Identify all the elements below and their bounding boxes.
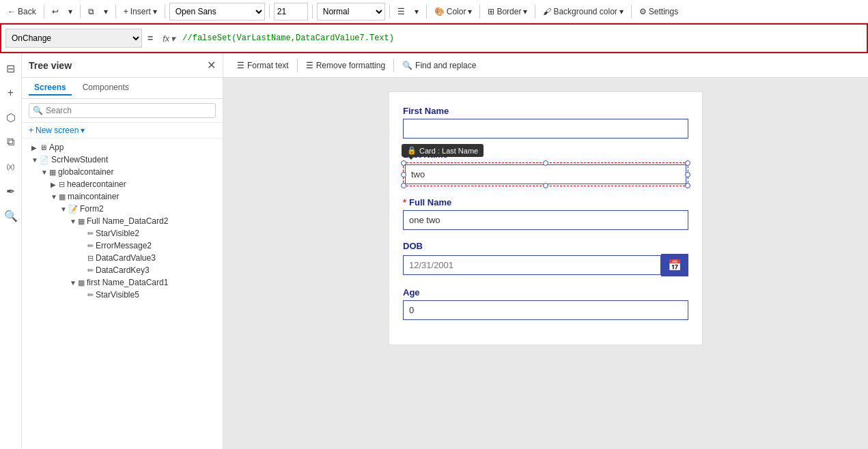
- color-dropdown-icon: ▾: [468, 7, 472, 16]
- search-panel-icon[interactable]: 🔍: [1, 206, 20, 225]
- align-dropdown[interactable]: ▾: [411, 5, 422, 18]
- dob-input[interactable]: [403, 255, 661, 275]
- color-button[interactable]: 🎨 Color ▾: [431, 5, 476, 18]
- back-button[interactable]: ← Back: [4, 5, 40, 18]
- tab-components[interactable]: Components: [77, 81, 135, 96]
- form-card: First Name Last Name 🔒 Card : Last Name: [389, 91, 703, 345]
- new-screen-label: New screen: [36, 126, 79, 135]
- first-name-input[interactable]: [403, 119, 688, 139]
- tree-item-starvisible5[interactable]: ▶ ✏ StarVisible5: [22, 289, 223, 301]
- handle-mr[interactable]: [685, 172, 690, 177]
- dob-field: DOB 📅: [403, 241, 688, 276]
- tree-header: Tree view ✕: [22, 53, 223, 78]
- add-icon[interactable]: +: [1, 83, 20, 102]
- formula-bar: OnChange = fx ▾: [0, 23, 868, 53]
- required-star: *: [403, 197, 406, 207]
- age-input[interactable]: [403, 300, 688, 320]
- new-screen-button[interactable]: + New screen ▾: [29, 126, 85, 135]
- variables-icon[interactable]: (x): [1, 157, 20, 176]
- sep-11: [631, 5, 632, 18]
- sep-10: [535, 5, 535, 18]
- tree-item-app[interactable]: ▶ 🖥 App: [22, 141, 223, 154]
- handle-bm[interactable]: [543, 183, 548, 188]
- tree-item-headercontainer[interactable]: ▶ ⊟ headercontainer: [22, 178, 223, 190]
- handle-br[interactable]: [685, 183, 690, 188]
- dob-label: DOB: [403, 241, 688, 251]
- format-bar: ☰ Format text ☰ Remove formatting 🔍 Find…: [223, 53, 868, 78]
- shapes-icon[interactable]: ⬡: [1, 108, 20, 127]
- tree-item-firstname-datacard1[interactable]: ▼ ▦ first Name_DataCard1: [22, 276, 223, 289]
- brush-icon[interactable]: ✒: [1, 182, 20, 201]
- formula-input[interactable]: [182, 33, 863, 43]
- item-label: first Name_DataCard1: [87, 278, 217, 287]
- copy-button[interactable]: ⧉: [85, 5, 98, 18]
- sep-3: [115, 5, 116, 18]
- tree-search-input[interactable]: [29, 103, 216, 118]
- first-name-field: First Name: [403, 106, 688, 139]
- container-icon: ▦: [49, 168, 56, 177]
- tree-body: ▶ 🖥 App ▼ 📄 ScrNewStudent ▼ ▦ globalcont…: [22, 139, 223, 449]
- tree-item-datacardvalue3[interactable]: ▶ ⊟ DataCardValue3: [22, 252, 223, 264]
- remove-format-icon: ☰: [306, 61, 313, 70]
- tree-search-area: 🔍: [22, 99, 223, 123]
- insert-button[interactable]: + Insert ▾: [120, 5, 160, 18]
- toggle-icon: ▶: [31, 144, 38, 151]
- bg-color-button[interactable]: 🖌 Background color ▾: [540, 5, 626, 18]
- tab-screens[interactable]: Screens: [29, 81, 72, 96]
- item-label: StarVisible5: [96, 290, 217, 300]
- tree-item-errormessage2[interactable]: ▶ ✏ ErrorMessage2: [22, 240, 223, 252]
- handle-tr[interactable]: [685, 160, 690, 166]
- align-button[interactable]: ☰: [394, 5, 408, 18]
- equals-sign: =: [145, 33, 156, 44]
- text-style-select[interactable]: Normal: [317, 3, 385, 20]
- remove-formatting-button[interactable]: ☰ Remove formatting: [299, 58, 392, 73]
- settings-icon: ⚙: [639, 7, 647, 16]
- tree-tabs: Screens Components: [22, 78, 223, 99]
- tree-close-button[interactable]: ✕: [207, 59, 216, 72]
- item-label: ScrNewStudent: [51, 155, 217, 164]
- back-label: Back: [18, 7, 36, 16]
- format-text-button[interactable]: ☰ Format text: [230, 58, 296, 73]
- bg-color-icon: 🖌: [543, 7, 551, 16]
- tree-item-datacardkey3[interactable]: ▶ ✏ DataCardKey3: [22, 264, 223, 276]
- item-label: ErrorMessage2: [96, 241, 217, 250]
- calendar-button[interactable]: 📅: [661, 254, 688, 276]
- main-layout: ⊟ + ⬡ ⧉ (x) ✒ 🔍 Tree view ✕ Screens Comp…: [0, 53, 868, 449]
- full-name-input[interactable]: [403, 210, 688, 230]
- tree-title: Tree view: [29, 60, 72, 71]
- container-icon: ▦: [78, 217, 85, 226]
- font-size-input[interactable]: [274, 3, 308, 20]
- handle-tl[interactable]: [401, 160, 406, 166]
- main-toolbar: ← Back ↩ ▾ ⧉ ▾ + Insert ▾ Open Sans Norm…: [0, 0, 868, 23]
- undo-dropdown[interactable]: ▾: [65, 5, 76, 18]
- tree-item-scrnewstudent[interactable]: ▼ 📄 ScrNewStudent: [22, 154, 223, 166]
- handle-ml[interactable]: [401, 172, 406, 177]
- toggle-icon: ▶: [51, 181, 57, 188]
- settings-button[interactable]: ⚙ Settings: [636, 5, 682, 18]
- tree-item-globalcontainer[interactable]: ▼ ▦ globalcontainer: [22, 166, 223, 178]
- item-label: headercontainer: [67, 179, 217, 189]
- undo-button[interactable]: ↩: [48, 5, 62, 18]
- tree-item-maincontainer[interactable]: ▼ ▦ maincontainer: [22, 190, 223, 203]
- copy-dropdown[interactable]: ▾: [100, 5, 111, 18]
- tree-item-fullname-datacard2[interactable]: ▼ ▦ Full Name_DataCard2: [22, 215, 223, 227]
- font-family-select[interactable]: Open Sans: [169, 3, 265, 20]
- fx-button[interactable]: fx ▾: [158, 33, 180, 44]
- tree-item-starvisible2[interactable]: ▶ ✏ StarVisible2: [22, 227, 223, 240]
- handle-bl[interactable]: [401, 183, 406, 188]
- fx-label: fx: [163, 33, 169, 44]
- border-button[interactable]: ⊞ Border ▾: [484, 5, 531, 18]
- full-name-label: * Full Name: [403, 197, 688, 207]
- selection-handles: [403, 162, 688, 186]
- last-name-input[interactable]: [405, 164, 686, 184]
- find-replace-button[interactable]: 🔍 Find and replace: [395, 58, 483, 73]
- copy-panel-icon[interactable]: ⧉: [1, 132, 20, 151]
- layers-icon[interactable]: ⊟: [1, 59, 20, 78]
- fx-dropdown-icon: ▾: [171, 33, 176, 44]
- handle-tm[interactable]: [543, 160, 548, 166]
- full-name-field: * Full Name: [403, 197, 688, 230]
- property-select[interactable]: OnChange: [5, 29, 142, 48]
- sep-1: [44, 5, 44, 18]
- toggle-icon: ▼: [70, 218, 76, 225]
- tree-item-form2[interactable]: ▼ 📝 Form2: [22, 203, 223, 215]
